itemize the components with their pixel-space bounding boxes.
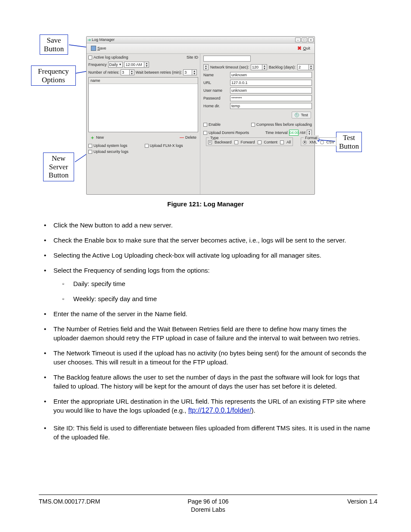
sub-bullet: Weekly: specify day and time <box>73 294 372 303</box>
frequency-select[interactable]: Daily ▼ <box>108 62 123 68</box>
retries-label: Number of retries: <box>88 70 119 75</box>
plus-icon: ＋ <box>90 134 95 141</box>
password-input[interactable]: ******* <box>230 95 312 101</box>
window-minimize[interactable]: – <box>295 37 301 42</box>
footer-page: Page 96 of 106 <box>188 498 229 506</box>
callout-test-text: Test Button <box>339 134 359 150</box>
frequency-time[interactable]: 12:00 AM ▲▼ <box>124 62 149 68</box>
footer-company: Doremi Labs <box>188 506 229 514</box>
name-label: Name <box>203 72 227 78</box>
type-all-label: All <box>286 140 291 145</box>
time-interval-value[interactable]: 04:00 <box>289 130 299 136</box>
homedir-label: Home dir. <box>203 103 227 109</box>
save-icon <box>91 46 96 51</box>
quit-icon: ✖ <box>297 45 302 52</box>
name-input[interactable]: unknown <box>230 72 312 78</box>
doremi-checkbox[interactable] <box>203 131 207 135</box>
format-xml-radio[interactable] <box>303 140 307 144</box>
callout-save: Save Button <box>40 34 68 55</box>
footer-version: Version 1.4 <box>228 498 377 506</box>
wait-input[interactable]: 3▲▼ <box>183 69 197 75</box>
footer-left: TMS.OM.000177.DRM <box>39 498 188 506</box>
enable-checkbox[interactable] <box>203 123 207 127</box>
quit-button[interactable]: ✖ Quit <box>295 44 313 53</box>
bullet-item: Click the New button to add a new server… <box>53 221 372 230</box>
chevron-down-icon: ▼ <box>119 62 122 66</box>
type-group: Type Backward Forward Content All <box>206 137 293 146</box>
new-button[interactable]: ＋New <box>88 134 106 141</box>
bullet-item: Enter the name of the server in the Name… <box>53 309 372 318</box>
backlog-value[interactable]: 2 <box>297 64 308 70</box>
type-forward-checkbox[interactable] <box>234 140 238 144</box>
upload-flmx-label: Upload FLM-X logs <box>150 143 183 148</box>
format-csv-radio[interactable] <box>320 140 324 144</box>
server-list[interactable]: name <box>88 77 198 132</box>
type-content-checkbox[interactable] <box>258 140 262 144</box>
active-log-label: Active log uploading <box>93 55 128 60</box>
type-content-label: Content <box>264 140 278 145</box>
format-csv-label: CSV <box>327 140 335 145</box>
save-button[interactable]: Save <box>88 45 109 52</box>
site-id-input[interactable] <box>203 56 251 62</box>
log-manager-window: ➔ Log Manager – □ × Save ✖ Quit <box>86 36 315 195</box>
password-label: Password <box>203 96 227 101</box>
bullet-item: The Backlog feature allows the user to s… <box>53 373 372 391</box>
document-body: Click the New button to add a new server… <box>39 221 372 441</box>
format-group: Format XML CSV <box>301 137 336 146</box>
figure-caption: Figure 121: Log Manager <box>39 200 372 208</box>
type-backward-checkbox[interactable] <box>208 140 212 144</box>
site-id-label: Site ID <box>187 55 198 60</box>
toolbar: Save ✖ Quit <box>87 44 314 54</box>
type-forward-label: Forward <box>241 140 255 145</box>
retries-input[interactable]: 3▲▼ <box>121 69 134 75</box>
callout-test: Test Button <box>336 132 362 152</box>
frequency-time-value[interactable]: 12:00 AM <box>124 62 144 68</box>
ftp-link[interactable]: ftp://127.0.0.1/folder/ <box>188 407 252 414</box>
page-footer: TMS.OM.000177.DRM Page 96 of 106 Doremi … <box>39 495 377 514</box>
frequency-label: Frequency <box>88 62 107 67</box>
bullet-item: Site ID: This field is used to different… <box>53 423 372 442</box>
active-log-checkbox[interactable] <box>88 56 92 59</box>
compress-label: Compress files before uploading <box>256 122 312 127</box>
enable-label: Enable <box>209 122 221 127</box>
bullet-item: The Number of Retries field and the Wait… <box>53 324 372 342</box>
figure-log-manager: Save Button Frequency Options New Server… <box>34 34 368 197</box>
test-button[interactable]: ↻Test <box>292 112 311 118</box>
upload-flmx-checkbox[interactable] <box>145 144 149 148</box>
delete-button[interactable]: —Delete <box>178 134 198 141</box>
quit-label: uit <box>306 46 310 50</box>
refresh-icon: ↻ <box>295 113 299 117</box>
upload-security-checkbox[interactable] <box>88 150 92 154</box>
window-maximize[interactable]: □ <box>302 37 307 42</box>
left-panel: Active log uploading Site ID Frequency D… <box>87 54 200 194</box>
bullet-text: Select the Frequency of sending logs fro… <box>53 267 210 274</box>
window-close[interactable]: × <box>308 37 314 42</box>
app-icon: ➔ <box>87 37 91 43</box>
user-input[interactable]: unknown <box>230 87 312 93</box>
callout-new: New Server Button <box>43 152 74 181</box>
retries-value[interactable]: 3 <box>121 69 129 75</box>
format-legend: Format <box>304 135 319 140</box>
net-timeout-label: Network timeout (sec): <box>210 65 249 70</box>
bullet-item: Select the Frequency of sending logs fro… <box>53 266 372 303</box>
server-list-header: name <box>89 78 198 84</box>
wait-value[interactable]: 3 <box>183 69 192 75</box>
net-timeout-value[interactable]: 120 <box>251 64 262 70</box>
upload-security-label: Upload security logs <box>93 149 128 154</box>
bullet-item: Enter the appropriate URL destination in… <box>53 397 372 415</box>
backlog-input[interactable]: 2▲▼ <box>297 64 314 70</box>
compress-checkbox[interactable] <box>251 123 255 127</box>
url-input[interactable]: 127.0.0.1 <box>230 80 312 86</box>
upload-system-checkbox[interactable] <box>88 144 92 148</box>
bullet-item: The Network Timeout is used if the uploa… <box>53 348 372 367</box>
minus-icon: — <box>180 135 184 141</box>
time-interval-label: Time Interval <box>265 130 288 135</box>
bullet-text: ). <box>251 407 255 414</box>
net-timeout-input[interactable]: 120▲▼ <box>251 64 267 70</box>
spin-down-icon[interactable]: ▼ <box>144 65 149 67</box>
type-all-checkbox[interactable] <box>280 140 284 144</box>
homedir-input[interactable]: temp <box>230 103 312 109</box>
callout-frequency-text: Frequency Options <box>38 67 69 84</box>
type-legend: Type <box>209 135 220 140</box>
backlog-label: Backlog (days): <box>269 65 296 70</box>
